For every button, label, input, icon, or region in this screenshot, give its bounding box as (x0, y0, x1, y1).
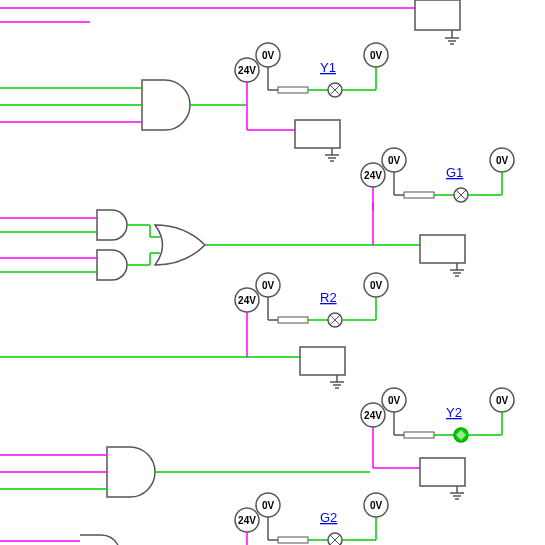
and-gate-icon (107, 447, 155, 497)
svg-text:24V: 24V (364, 410, 382, 421)
svg-rect-54 (278, 317, 308, 323)
svg-text:0V: 0V (496, 155, 509, 166)
y1-group: 24V 0V Y1 0V (235, 43, 388, 98)
voltage-0v-text: 0V (262, 50, 275, 61)
svg-rect-71 (404, 432, 434, 438)
g2-label: G2 (320, 510, 337, 525)
voltage-24v-text: 24V (238, 65, 256, 76)
svg-text:0V: 0V (262, 500, 275, 511)
block (420, 235, 465, 263)
and-gate-bottom (0, 447, 370, 497)
y1-label: Y1 (320, 60, 336, 75)
svg-text:0V: 0V (388, 395, 401, 406)
g2-group: 24V 0V G2 0V (235, 493, 388, 545)
block (420, 458, 465, 486)
svg-text:24V: 24V (364, 170, 382, 181)
r2-label: R2 (320, 290, 337, 305)
svg-text:24V: 24V (238, 295, 256, 306)
svg-text:0V: 0V (370, 280, 383, 291)
svg-rect-92 (278, 537, 308, 543)
block (295, 120, 340, 148)
svg-text:24V: 24V (238, 515, 256, 526)
block (300, 347, 345, 375)
voltage-0v-text: 0V (370, 50, 383, 61)
svg-text:0V: 0V (388, 155, 401, 166)
svg-text:0V: 0V (496, 395, 509, 406)
svg-rect-5 (278, 87, 308, 93)
partial-gate-icon (80, 535, 118, 545)
and-or-combo (0, 203, 465, 280)
g1-label: G1 (446, 165, 463, 180)
and-gate-icon (97, 210, 127, 240)
r2-group: 24V 0V R2 0V (235, 273, 388, 330)
g1-group: 24V 0V G1 0V (361, 148, 514, 210)
lamp-icon (328, 533, 342, 545)
y2-label: Y2 (446, 405, 462, 420)
block (415, 0, 460, 30)
svg-text:0V: 0V (262, 280, 275, 291)
y2-group: 24V 0V Y2 0V (361, 388, 514, 499)
and-gate-icon (97, 250, 127, 280)
svg-rect-26 (404, 192, 434, 198)
circuit-diagram: 24V 0V Y1 0V (0, 0, 545, 545)
or-gate-icon (155, 225, 205, 265)
svg-text:0V: 0V (370, 500, 383, 511)
